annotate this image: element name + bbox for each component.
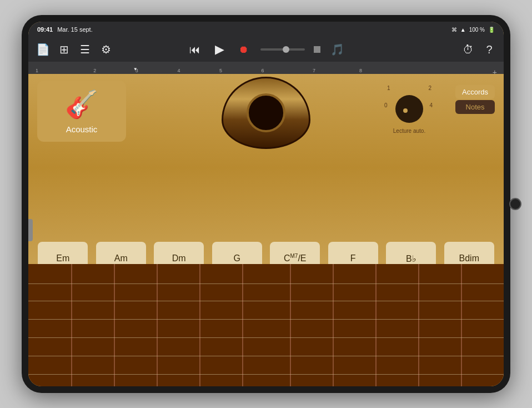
timeline-mark-2: 2 (93, 68, 96, 73)
lecture-label: Lecture auto. (393, 128, 425, 134)
battery-text: 100 % (469, 27, 485, 33)
timeline-mark-7: 7 (313, 68, 315, 73)
chord-cmaj7-label: CM7/E (284, 253, 307, 263)
record-button[interactable]: ⏺ (236, 42, 252, 57)
toolbar: 📄 ⊞ ☰ ⚙ ⏮ ▶ ⏺ 🎵 ⏱ ? (28, 37, 504, 62)
chord-em-label: Em (56, 253, 69, 263)
volume-slider[interactable] (260, 48, 305, 51)
rewind-button[interactable]: ⏮ (187, 42, 203, 57)
metronome-button[interactable]: 🎵 (329, 42, 345, 57)
knob-label-4: 4 (429, 102, 433, 108)
status-time: 09:41 (37, 26, 53, 33)
soundhole-body (222, 77, 310, 149)
knob-container: 0 4 (393, 92, 426, 126)
toolbar-left: 📄 ⊞ ☰ ⚙ (35, 42, 183, 57)
guitar-soundhole (222, 77, 310, 149)
fretboard[interactable] (28, 264, 504, 386)
status-date: Mar. 15 sept. (57, 26, 93, 33)
chord-bdim-label: Bdim (459, 253, 479, 263)
wifi-icon: ⌘ (451, 27, 457, 33)
ipad-screen: 09:41 Mar. 15 sept. ⌘ ▲ 100 % 🔋 📄 ⊞ ☰ ⚙ … (28, 22, 504, 386)
notes-button[interactable]: Notes (455, 100, 495, 114)
status-icons: ⌘ ▲ 100 % 🔋 (451, 27, 495, 33)
timeline-add-button[interactable]: + (493, 68, 497, 74)
toolbar-center: ⏮ ▶ ⏺ 🎵 (187, 42, 345, 57)
fret-line-9 (418, 264, 419, 386)
instrument-tile[interactable]: 🎸 Acoustic (37, 81, 126, 142)
chord-dm-label: Dm (172, 253, 186, 263)
chord-f-label: F (350, 253, 356, 263)
timeline-mark-1: 1 (36, 68, 38, 73)
knob-label-0: 0 (384, 102, 388, 108)
string-1 (28, 283, 504, 284)
timeline-mark-6: 6 (262, 68, 264, 73)
toolbar-right: ⏱ ? (349, 42, 497, 57)
view-toggle-button[interactable]: ⊞ (56, 42, 72, 57)
new-track-button[interactable]: 📄 (35, 42, 51, 57)
fret-line-2 (114, 264, 115, 386)
status-bar: 09:41 Mar. 15 sept. ⌘ ▲ 100 % 🔋 (28, 22, 504, 37)
battery-icon: 🔋 (488, 27, 495, 33)
string-2 (28, 301, 504, 301)
home-button[interactable] (509, 198, 521, 210)
knob-area: 1 2 0 4 Lecture auto. (387, 85, 431, 134)
fret-line-3 (157, 264, 158, 386)
auto-play-knob[interactable] (395, 95, 423, 123)
timer-button[interactable]: ⏱ (460, 42, 476, 57)
mixer-button[interactable]: ⚙ (98, 42, 114, 57)
soundhole-hole (247, 93, 285, 132)
string-4 (28, 337, 504, 338)
play-button[interactable]: ▶ (212, 42, 227, 57)
instrument-name: Acoustic (66, 125, 98, 134)
string-5 (28, 356, 504, 356)
chord-g-label: G (234, 253, 240, 263)
fret-line-5 (242, 264, 243, 386)
toggle-area: Accords Notes (455, 85, 495, 114)
main-content: 🎸 Acoustic 1 2 0 (28, 74, 504, 386)
knob-indicator (403, 108, 408, 113)
accords-button[interactable]: Accords (455, 85, 495, 99)
track-view-button[interactable]: ☰ (77, 42, 93, 57)
fret-line-1 (71, 264, 72, 386)
side-button[interactable] (28, 219, 33, 241)
knob-top-labels: 1 2 (387, 85, 431, 91)
timeline-mark-5: 5 (219, 68, 222, 73)
timeline: 1 2 3 4 5 6 7 8 + (28, 62, 504, 74)
knob-label-1: 1 (387, 85, 390, 91)
fret-line-8 (375, 264, 377, 386)
fret-line-7 (333, 264, 334, 386)
ipad-frame: 09:41 Mar. 15 sept. ⌘ ▲ 100 % 🔋 📄 ⊞ ☰ ⚙ … (22, 15, 510, 393)
string-6 (28, 374, 504, 375)
string-3 (28, 319, 504, 320)
fret-line-10 (461, 264, 462, 386)
fret-line-4 (199, 264, 200, 386)
knob-label-2: 2 (428, 85, 431, 91)
timeline-mark-4: 4 (177, 68, 180, 73)
signal-icon: ▲ (460, 27, 466, 33)
volume-knob (283, 46, 289, 53)
chord-bb-label: B♭ (406, 253, 416, 264)
timeline-mark-8: 8 (359, 68, 362, 73)
fret-line-6 (290, 264, 291, 386)
guitar-icon: 🎸 (65, 89, 98, 120)
chord-am-label: Am (114, 253, 128, 263)
master-knob[interactable] (314, 46, 320, 53)
help-button[interactable]: ? (481, 42, 497, 57)
